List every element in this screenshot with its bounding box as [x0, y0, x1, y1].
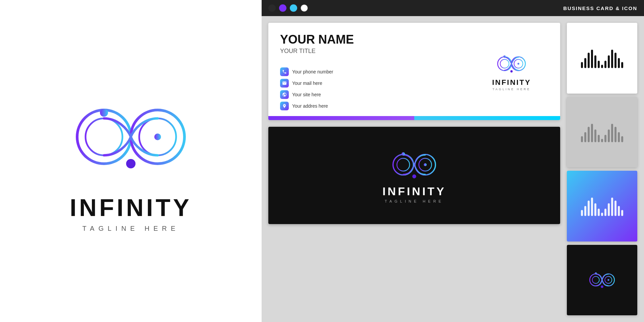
- sound-wave-gray: [581, 122, 623, 142]
- phone-text: Your phone number: [292, 69, 333, 74]
- business-card-white: YOUR NAME YOUR TITLE Your phone number: [268, 23, 560, 120]
- sound-wave-white: [581, 196, 623, 216]
- bc-brand-mini: INFINITY: [492, 78, 531, 87]
- svg-point-19: [424, 163, 427, 166]
- bc-accent-bar: [268, 116, 560, 120]
- svg-point-25: [595, 272, 597, 274]
- accent-blue: [414, 116, 560, 120]
- top-bar: BUSINESS CARD & ICON: [262, 0, 644, 16]
- bc-site-item: Your site here: [280, 90, 475, 99]
- bc-black-tagline: TAGLINE HERE: [385, 199, 444, 203]
- svg-point-12: [518, 63, 520, 65]
- sidebar-card-1: [567, 23, 637, 94]
- location-icon: [280, 102, 289, 110]
- color-swatches: [268, 4, 308, 12]
- bc-address-item: Your addres here: [280, 102, 475, 110]
- svg-point-13: [511, 70, 513, 72]
- right-sidebar: [567, 16, 644, 322]
- brand-name: INFINITY: [70, 194, 192, 221]
- left-panel: INFINITY TAGLINE HERE: [0, 0, 262, 322]
- svg-point-4: [100, 109, 108, 117]
- business-card-black: INFINITY TAGLINE HERE: [268, 127, 560, 224]
- swatch-dark: [268, 4, 276, 12]
- site-text: Your site here: [292, 92, 321, 97]
- right-panel: BUSINESS CARD & ICON YOUR NAME YOUR TITL…: [262, 0, 644, 322]
- sidebar-card-2: [567, 97, 637, 168]
- center-area: YOUR NAME YOUR TITLE Your phone number: [262, 16, 567, 322]
- address-text: Your addres here: [292, 103, 328, 109]
- sidebar-card-4: [567, 245, 637, 316]
- bc-title: YOUR TITLE: [280, 48, 475, 55]
- sound-wave-dark: [581, 48, 623, 68]
- svg-point-22: [592, 276, 599, 283]
- bc-tagline-mini: TAGLINE HERE: [492, 88, 530, 91]
- svg-point-6: [126, 159, 136, 168]
- bc-right: INFINITY TAGLINE HERE: [475, 33, 548, 110]
- bc-name: YOUR NAME: [280, 33, 475, 46]
- mail-icon: [280, 79, 289, 88]
- phone-icon: [280, 67, 289, 76]
- svg-point-20: [412, 174, 416, 178]
- bc-phone-item: Your phone number: [280, 67, 475, 76]
- tagline: TAGLINE HERE: [82, 225, 179, 232]
- sidebar-card-3: [567, 171, 637, 241]
- svg-point-15: [397, 158, 410, 171]
- svg-point-7: [498, 57, 512, 70]
- main-content: YOUR NAME YOUR TITLE Your phone number: [262, 16, 644, 322]
- svg-point-26: [607, 279, 609, 281]
- svg-point-18: [401, 152, 405, 155]
- mail-text: Your mail here: [292, 80, 322, 86]
- globe-icon: [280, 90, 289, 99]
- svg-point-27: [601, 285, 603, 288]
- swatch-white: [301, 4, 308, 12]
- svg-point-5: [154, 133, 161, 140]
- bc-left: YOUR NAME YOUR TITLE Your phone number: [280, 33, 475, 110]
- swatch-blue: [290, 4, 297, 12]
- main-logo: [60, 90, 201, 184]
- svg-point-11: [503, 55, 506, 58]
- svg-point-1: [86, 118, 122, 155]
- bc-black-brand: INFINITY: [382, 185, 446, 198]
- swatch-purple: [279, 4, 286, 12]
- svg-point-8: [500, 59, 509, 68]
- topbar-title: BUSINESS CARD & ICON: [563, 5, 637, 11]
- accent-purple: [268, 116, 414, 120]
- bc-mail-item: Your mail here: [280, 79, 475, 88]
